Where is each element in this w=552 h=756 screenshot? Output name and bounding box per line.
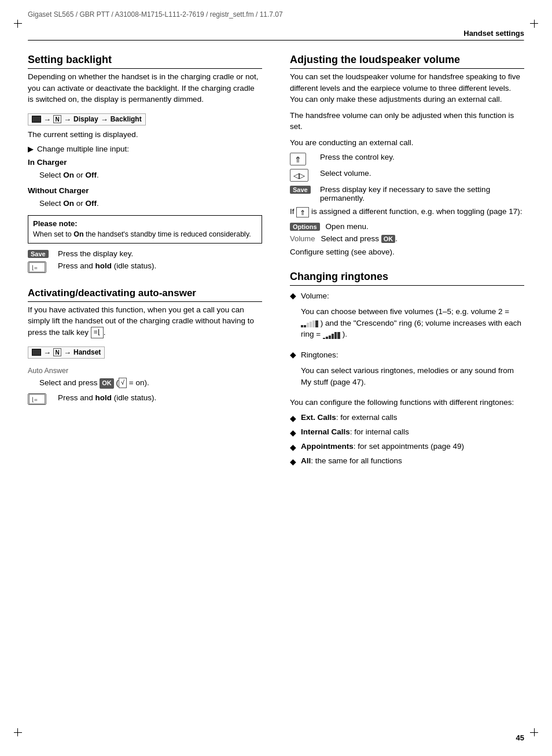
corner-mark-bl <box>14 732 22 733</box>
appointments-label: Appointments <box>301 442 354 451</box>
auto-answer-sub: Auto Answer <box>28 366 262 376</box>
all-item: ◆ All: the same for all functions <box>290 456 524 466</box>
corner-mark-tl-v <box>17 20 18 28</box>
internal-calls-label: Internal Calls <box>301 427 350 436</box>
corner-mark-bl-v <box>17 728 18 736</box>
corner-mark-br-v <box>534 728 535 736</box>
scroll-key-icon: ◁▷ <box>290 169 308 182</box>
control-key-row: ⇑ Press the control key. <box>290 153 524 165</box>
c4 <box>332 334 334 339</box>
if-text: is assigned a different function, e.g. w… <box>311 207 522 216</box>
options-key-badge: Options <box>290 223 320 231</box>
volume-intro1: You can set the loudspeaker volume for h… <box>290 71 524 105</box>
ringtones-bullet-item: ◆ Ringtones: You can select various ring… <box>290 349 524 393</box>
ringtones-bullet-text: You can select various ringtones, melodi… <box>301 365 524 388</box>
section-label: Handset settings <box>0 24 552 38</box>
vol-bar-cresc <box>323 331 340 339</box>
section-autoanswer-heading: Activating/deactivating auto-answer <box>28 287 262 302</box>
v1 <box>301 325 303 327</box>
ext-calls-text: Ext. Calls: for external calls <box>301 413 398 422</box>
ringtones-bullet-label: Ringtones: <box>301 349 524 361</box>
n-icon: N <box>53 115 61 123</box>
c2 <box>326 337 328 339</box>
save-key-badge: Save <box>28 250 49 258</box>
phone-hold-text: Press and hold (idle status). <box>58 261 156 270</box>
phone-hold-row-2: ⌊= Press and hold (idle status). <box>28 393 262 407</box>
nav-path-display: → N → Display → Backlight <box>28 113 146 126</box>
ok-key-badge: OK <box>100 378 114 389</box>
if-icon: ⇑ <box>296 207 309 217</box>
scroll-key-text: Select volume. <box>320 169 371 178</box>
volume-bullet-label: Volume: <box>301 290 524 302</box>
save-key-label: Save <box>28 249 52 258</box>
options-key-wrap: Options <box>290 222 320 231</box>
volume-key-row: Volume Select and press OK. <box>290 234 524 243</box>
ok-key-r: OK <box>381 235 396 243</box>
appointments-item: ◆ Appointments: for set appointments (pa… <box>290 442 524 452</box>
nav-path-handset: → N → Handset <box>28 346 105 359</box>
control-key-icon: ⇑ <box>290 153 306 165</box>
configure-ringtones-text: You can configure the following function… <box>290 397 524 408</box>
autoanswer-intro: If you have activated this function, whe… <box>28 304 262 338</box>
arrow-sym: ▶ <box>28 145 34 153</box>
internal-calls-item: ◆ Internal Calls: for internal calls <box>290 427 524 437</box>
corner-mark-tl <box>14 23 22 24</box>
corner-mark-tr-v <box>534 20 535 28</box>
phone-icon-svg-2: ⌊= <box>28 394 46 404</box>
phone-hold-icon-2: ⌊= <box>28 393 46 405</box>
save-key-label-r: Save <box>290 185 314 194</box>
c3 <box>329 335 331 339</box>
without-charger-label: Without Charger <box>28 185 262 197</box>
control-key-text: Press the control key. <box>320 153 395 161</box>
cresc-slash <box>315 320 318 327</box>
n-icon-2: N <box>53 348 61 356</box>
v2 <box>304 325 306 327</box>
phone-hold-icon: ⌊= <box>28 261 46 273</box>
diamond-sym-3: ◆ <box>290 414 296 423</box>
arrow1: → <box>43 115 51 124</box>
backlight-label: Backlight <box>111 115 142 123</box>
svg-text:⌊=: ⌊= <box>32 396 38 403</box>
scroll-key-row: ◁▷ Select volume. <box>290 169 524 182</box>
please-note-box: Please note: When set to On the handset'… <box>28 215 262 244</box>
diamond-sym-4: ◆ <box>290 428 296 437</box>
volume-bullet-label-text: Volume: <box>301 292 329 300</box>
diamond-sym-1: ◆ <box>290 291 296 300</box>
autoanswer-select-text: Select and press OK (√ = on). <box>39 377 262 389</box>
change-text: Change multiple line input: <box>37 145 129 153</box>
current-setting: The current setting is displayed. <box>28 129 262 141</box>
section-backlight-heading: Setting backlight <box>28 54 262 69</box>
section-label-text: Handset settings <box>463 29 524 38</box>
arrow2: → <box>64 115 71 124</box>
left-column: Setting backlight Depending on whether t… <box>28 41 267 471</box>
section-backlight-title: Setting backlight <box>28 54 112 65</box>
display-label: Display <box>73 115 98 123</box>
save-key-badge-r: Save <box>290 186 311 194</box>
handset-label: Handset <box>73 348 101 356</box>
if-note: If ⇑ is assigned a different function, e… <box>290 206 524 217</box>
v4 <box>310 322 312 327</box>
appointments-desc: : for set appointments (page 49) <box>354 442 464 451</box>
note-text: When set to On the handset's standby tim… <box>33 229 257 239</box>
diamond-sym-2: ◆ <box>290 350 296 359</box>
in-charger-text: Select On or Off. <box>28 169 262 181</box>
volume-intro3: You are conducting an external call. <box>290 137 524 149</box>
menu-icon-2 <box>32 349 41 356</box>
section-ringtones-heading: Changing ringtones <box>290 271 524 286</box>
save-key-row-r: Save Press display key if necessary to s… <box>290 185 524 202</box>
autoanswer-select-row: Select and press OK (√ = on). <box>28 377 262 389</box>
volume-label-wrap: Volume <box>290 234 315 243</box>
volume-bullet-item: ◆ Volume: You can choose between five vo… <box>290 290 524 345</box>
backlight-intro: Depending on whether the handset is in t… <box>28 71 262 105</box>
ext-calls-desc: : for external calls <box>336 413 398 422</box>
phone-icon-svg: ⌊= <box>28 262 46 272</box>
all-text: All: the same for all functions <box>301 456 402 465</box>
options-text: Open menu. <box>326 222 369 231</box>
section-autoanswer-title: Activating/deactivating auto-answer <box>28 287 196 298</box>
control-key-icon-wrap: ⇑ <box>290 153 314 165</box>
save-key-text: Press the display key. <box>58 249 133 258</box>
v5 <box>312 320 315 327</box>
phone-hold-icon-wrap: ⌊= <box>28 261 52 275</box>
arrow-s2-1: → <box>43 348 51 357</box>
ext-calls-item: ◆ Ext. Calls: for external calls <box>290 413 524 423</box>
